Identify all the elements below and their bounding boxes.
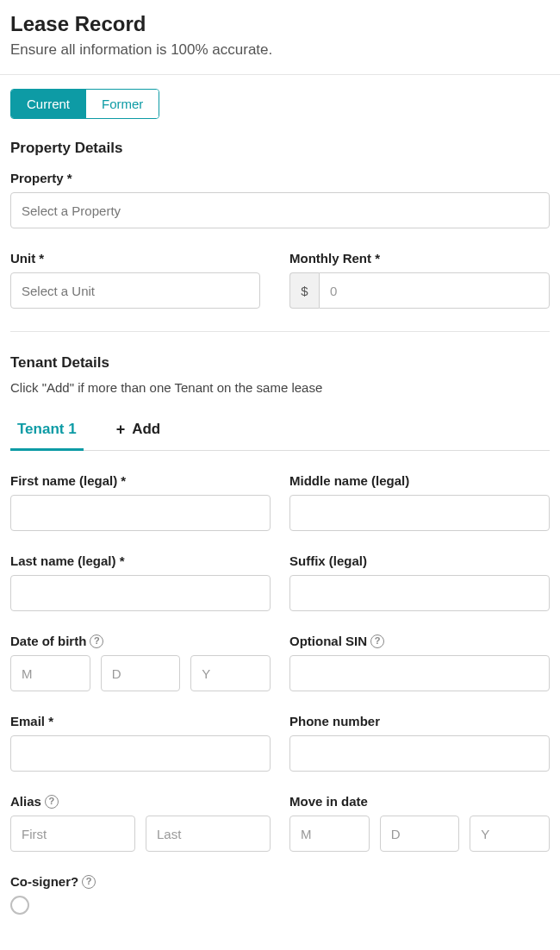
last-name-input[interactable] xyxy=(10,575,271,611)
rent-currency-prefix: $ xyxy=(289,272,319,309)
email-input[interactable] xyxy=(10,735,271,772)
last-name-label: Last name (legal) * xyxy=(10,553,271,568)
help-icon[interactable]: ? xyxy=(45,795,59,809)
movein-year-input[interactable] xyxy=(470,816,550,852)
movein-day-input[interactable] xyxy=(380,816,460,852)
form-content: Current Former Property Details Property… xyxy=(0,75,560,949)
email-label: Email * xyxy=(10,714,271,728)
tab-tenant-1[interactable]: Tenant 1 xyxy=(10,412,84,451)
first-name-label: First name (legal) * xyxy=(10,473,271,488)
property-select[interactable]: Select a Property xyxy=(10,192,550,228)
rent-input[interactable] xyxy=(319,272,550,309)
property-section-title: Property Details xyxy=(10,140,550,157)
alias-first-input[interactable] xyxy=(10,816,135,852)
unit-label: Unit * xyxy=(10,251,271,266)
cosigner-label: Co-signer? ? xyxy=(10,874,550,889)
help-icon[interactable]: ? xyxy=(370,634,384,648)
dob-year-input[interactable] xyxy=(190,655,271,691)
page-subtitle: Ensure all information is 100% accurate. xyxy=(10,41,550,59)
record-type-toggle: Current Former xyxy=(10,89,159,119)
tenant-tabs: Tenant 1 + Add xyxy=(10,412,550,451)
rent-label: Monthly Rent * xyxy=(289,251,550,266)
phone-input[interactable] xyxy=(289,735,550,772)
tenant-section-title: Tenant Details xyxy=(10,354,550,372)
suffix-label: Suffix (legal) xyxy=(289,553,550,568)
tab-tenant-1-label: Tenant 1 xyxy=(17,421,77,438)
sin-input[interactable] xyxy=(289,655,550,691)
tab-add-tenant[interactable]: + Add xyxy=(109,412,168,451)
unit-select-placeholder: Select a Unit xyxy=(22,284,95,298)
movein-month-input[interactable] xyxy=(289,816,370,852)
property-select-placeholder: Select a Property xyxy=(22,203,121,218)
unit-select[interactable]: Select a Unit xyxy=(10,272,260,309)
tab-former[interactable]: Former xyxy=(85,90,159,118)
tenant-section-subtitle: Click "Add" if more than one Tenant on t… xyxy=(10,380,550,395)
divider xyxy=(10,331,550,332)
help-icon[interactable]: ? xyxy=(90,634,103,648)
alias-last-input[interactable] xyxy=(146,816,271,852)
middle-name-input[interactable] xyxy=(289,495,550,531)
plus-icon: + xyxy=(116,422,126,437)
dob-month-input[interactable] xyxy=(10,655,90,691)
dob-day-input[interactable] xyxy=(101,655,181,691)
movein-label: Move in date xyxy=(289,794,550,809)
dob-label: Date of birth ? xyxy=(10,634,271,648)
help-icon[interactable]: ? xyxy=(82,875,96,889)
page-header: Lease Record Ensure all information is 1… xyxy=(0,0,560,74)
tab-current[interactable]: Current xyxy=(11,90,85,118)
suffix-input[interactable] xyxy=(289,575,550,611)
first-name-input[interactable] xyxy=(10,495,271,531)
sin-label: Optional SIN ? xyxy=(289,634,550,648)
property-label: Property * xyxy=(10,171,550,185)
phone-label: Phone number xyxy=(289,714,550,728)
cosigner-radio[interactable] xyxy=(10,896,29,915)
tab-add-label: Add xyxy=(132,421,160,438)
middle-name-label: Middle name (legal) xyxy=(289,473,550,488)
page-title: Lease Record xyxy=(10,12,550,36)
alias-label: Alias ? xyxy=(10,794,271,809)
